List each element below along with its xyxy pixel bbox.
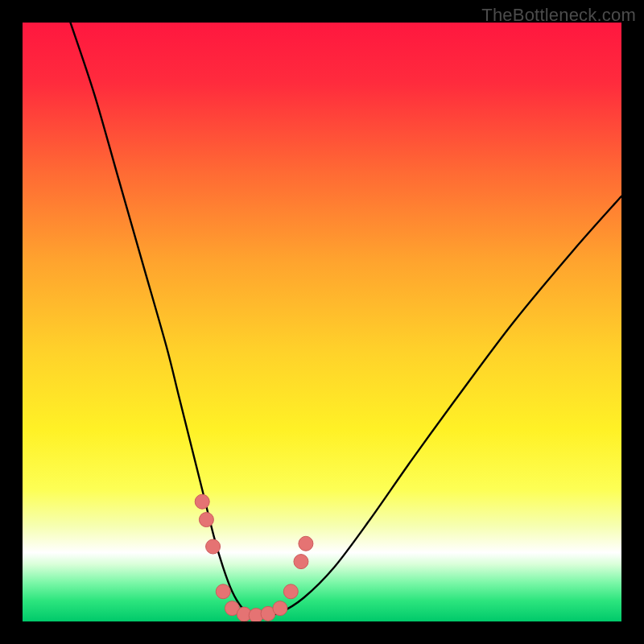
curve-marker <box>199 513 213 527</box>
chart-frame: TheBottleneck.com <box>0 0 644 644</box>
curve-marker <box>195 494 209 509</box>
curve-layer <box>23 23 621 621</box>
curve-marker <box>206 539 221 554</box>
curve-marker <box>283 584 298 599</box>
watermark-text: TheBottleneck.com <box>481 5 636 26</box>
curve-marker <box>273 601 287 616</box>
curve-marker <box>216 584 230 599</box>
curve-marker <box>299 536 313 551</box>
curve-marker <box>294 555 308 569</box>
curve-markers <box>195 494 313 621</box>
plot-area <box>23 23 621 621</box>
bottleneck-curve <box>71 23 621 616</box>
